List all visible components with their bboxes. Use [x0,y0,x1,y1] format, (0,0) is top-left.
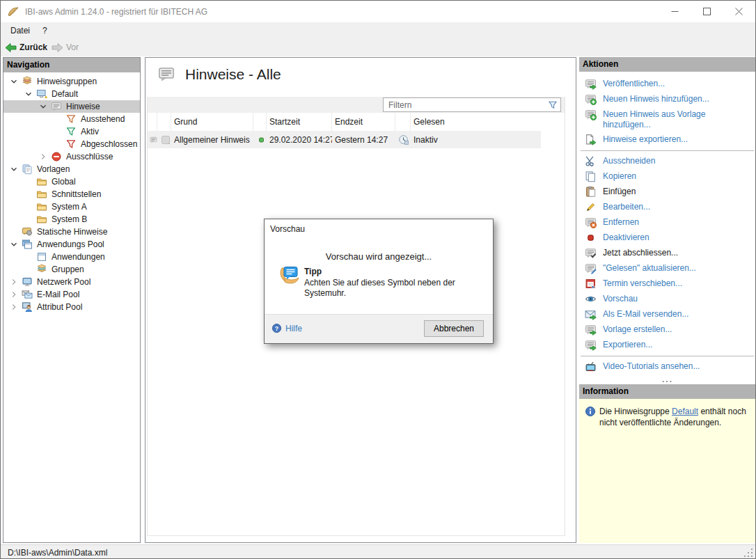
application-pool-icon [22,239,33,250]
action-neuen-hinweis-hinzufuegen[interactable]: Neuen Hinweis hinzufügen... [579,92,756,107]
dialog-title: Vorschau [270,224,305,234]
action-vorlage-erstellen[interactable]: Vorlage erstellen... [579,322,756,338]
cell-startzeit: 29.02.2020 14:27 [267,135,332,145]
action-video-tutorials[interactable]: Video-Tutorials ansehen... [579,359,756,375]
tree-item-email-pool[interactable]: E-Mail Pool [3,288,140,301]
static-notices-icon [22,226,33,237]
tree-item-hinweise[interactable]: Hinweise [3,100,140,113]
action-kopieren[interactable]: Kopieren [579,169,756,184]
tree-item-ausstehend[interactable]: Ausstehend [3,113,140,125]
help-link[interactable]: Hilfe [271,323,302,333]
tree-item-attribut-pool[interactable]: Attribut Pool [3,301,140,313]
more-actions-indicator[interactable]: ... [579,376,756,384]
tree-item-schnittstellen[interactable]: Schnittstellen [3,188,140,200]
tv-icon [585,361,597,372]
maximize-button[interactable] [691,1,723,22]
app-logo-icon [7,6,19,17]
tree-item-anwendungs-pool[interactable]: Anwendungs Pool [3,238,140,251]
action-neuen-hinweis-aus-vorlage[interactable]: Neuen Hinweis aus Vorlage hinzufügen... [579,107,756,132]
tree-item-statische-hinweise[interactable]: Statische Hinweise [3,226,140,238]
column-icon2[interactable] [157,113,171,131]
complete-now-icon [585,247,597,259]
chevron-down-icon[interactable] [24,88,36,100]
chevron-down-icon[interactable] [9,239,22,250]
tree-item-system-a[interactable]: System A [3,200,140,213]
navigation-header: Navigation [3,58,140,72]
tree-item-system-b[interactable]: System B [3,213,140,226]
action-ausschneiden[interactable]: Ausschneiden [579,154,756,169]
resize-grip[interactable] [744,549,753,558]
action-termin-verschieben[interactable]: Termin verschieben... [579,276,756,292]
filter-active-icon [65,126,77,137]
filter-input[interactable] [384,98,544,111]
navigation-tree: Hinweisgruppen Default Hinweise Ausstehe… [3,72,140,313]
chevron-right-icon[interactable] [9,289,22,300]
action-als-email-versenden[interactable]: Als E-Mail versenden... [579,307,756,322]
green-status-dot-icon [256,134,267,145]
tree-item-anwendungen[interactable]: Anwendungen [3,251,140,263]
default-group-link[interactable]: Default [672,407,698,416]
action-gelesen-aktualisieren[interactable]: "Gelesen" aktualisieren... [579,261,756,276]
column-gelesen-icon[interactable] [395,113,411,131]
column-grund[interactable]: Grund [171,113,253,131]
tip-text: Achten Sie auf dieses Symbol neben der S… [304,278,478,299]
clock-icon [398,134,409,145]
paste-icon [585,186,597,198]
tree-item-gruppen[interactable]: Gruppen [3,263,140,276]
action-hinweise-exportieren[interactable]: Hinweise exportieren... [579,132,756,148]
tree-item-default[interactable]: Default [3,88,140,100]
notice-groups-icon [22,76,33,87]
action-einfuegen[interactable]: Einfügen [579,184,756,200]
dialog-footer: Hilfe Abbrechen [265,314,493,343]
minimize-button[interactable] [659,1,691,22]
column-endzeit[interactable]: Endzeit [332,113,395,131]
tree-item-hinweisgruppen[interactable]: Hinweisgruppen [3,75,140,88]
minimize-icon [671,8,679,15]
application-window-icon [36,251,47,262]
menu-datei[interactable]: Datei [1,22,36,38]
cell-status [253,134,267,145]
column-startzeit[interactable]: Startzeit [267,113,332,131]
column-gelesen[interactable]: Gelesen [411,113,541,131]
maximize-icon [703,8,711,15]
chevron-right-icon[interactable] [9,276,22,288]
tree-item-abgeschlossen[interactable]: Abgeschlossen [3,138,140,150]
tree-item-aktiv[interactable]: Aktiv [3,125,140,138]
chevron-down-icon[interactable] [38,101,51,112]
action-veroeffentlichen[interactable]: Veröffentlichen... [579,77,756,92]
action-deaktivieren[interactable]: Deaktivieren [579,230,756,246]
filter-funnel-icon[interactable] [548,100,558,110]
chevron-down-icon[interactable] [9,164,22,175]
tip-title: Tipp [304,267,322,276]
chevron-right-icon[interactable] [38,151,51,162]
groups-icon [36,264,47,275]
action-vorschau[interactable]: Vorschau [579,292,756,307]
title-bar[interactable]: IBI-aws Admin 1.24.0 - registriert für I… [1,1,755,22]
notice-bubble-icon [150,134,157,145]
info-icon [585,406,596,417]
actions-panel: Aktionen Veröffentlichen... Neuen Hinwei… [579,57,756,543]
table-row[interactable]: Allgemeiner Hinweis 29.02.2020 14:27 Ges… [148,132,541,148]
tree-item-global[interactable]: Global [3,175,140,188]
chevron-down-icon[interactable] [9,76,22,87]
menu-help[interactable]: ? [36,22,54,38]
page-title: Hinweise - Alle [157,65,281,83]
action-jetzt-abschliessen[interactable]: Jetzt abschliessen... [579,246,756,261]
back-button[interactable]: Zurück [5,42,47,53]
cancel-button[interactable]: Abbrechen [424,320,484,337]
preview-eye-icon [585,293,597,305]
app-window: IBI-aws Admin 1.24.0 - registriert für I… [0,0,756,559]
action-entfernen[interactable]: Entfernen [579,215,756,230]
tree-item-vorlagen[interactable]: Vorlagen [3,163,140,175]
forward-button[interactable]: Vor [52,42,79,53]
chevron-right-icon[interactable] [9,301,22,313]
column-status[interactable] [253,113,267,131]
action-bearbeiten[interactable]: Bearbeiten... [579,200,756,215]
tree-item-ausschluesse[interactable]: Ausschlüsse [3,150,140,163]
close-button[interactable] [723,1,755,22]
tree-item-netzwerk-pool[interactable]: Netzwerk Pool [3,276,140,288]
network-pool-icon [22,276,33,288]
filter-field [383,97,561,112]
column-icon1[interactable] [148,113,157,131]
action-exportieren[interactable]: Exportieren... [579,338,756,353]
